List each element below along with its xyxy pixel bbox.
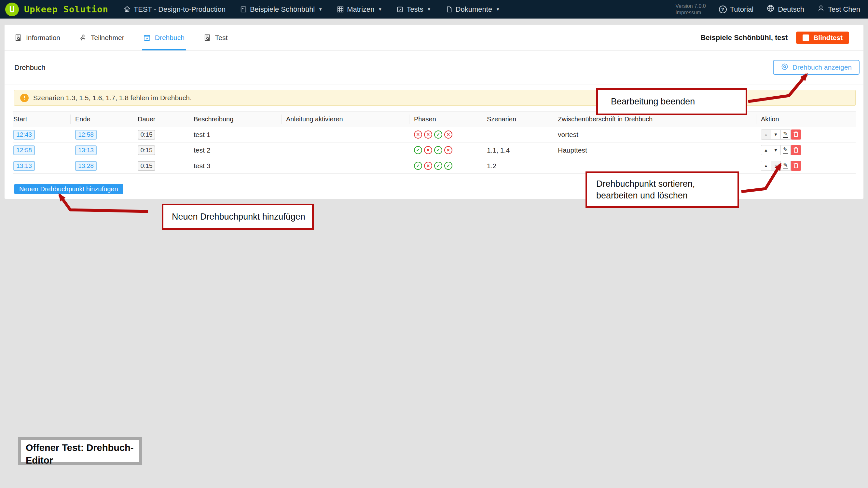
description-cell: test 1 [189,131,281,139]
delete-button[interactable] [791,129,801,139]
actions-cell: ▲ ▼ ✎ [756,161,856,171]
phases-cell: ✕✕✓✕ [409,130,482,139]
tab-information[interactable]: Information [14,25,60,51]
board-icon [240,6,247,13]
delete-button[interactable] [791,161,801,171]
home-icon [123,5,131,13]
phase-fail-icon: ✕ [424,130,432,139]
move-down-button[interactable]: ▼ [771,145,781,155]
edit-button[interactable]: ✎ [780,129,790,139]
nav-item-label: Tests [406,5,423,14]
brand: U Upkeep Solution [5,3,108,16]
arrow-down-icon: ▼ [774,132,778,137]
nav-item-tests[interactable]: Tests ▼ [396,5,431,14]
user-menu[interactable]: Test Chen [817,5,860,14]
column-header: Szenarien [482,115,553,124]
phase-fail-icon: ✕ [424,162,432,170]
phase-fail-icon: ✕ [424,146,432,154]
arrow-up-icon: ▲ [764,132,768,137]
edit-button[interactable]: ✎ [780,145,790,155]
nav-item-beispiele[interactable]: Beispiele Schönbühl ▼ [240,5,322,14]
phases-cell: ✓✕✓✕ [409,146,482,154]
start-time-input[interactable]: 13:13 [13,161,35,171]
show-drehbuch-button[interactable]: Drehbuch anzeigen [773,60,860,75]
tutorial-button[interactable]: ? Tutorial [719,5,754,14]
nav-item-dokumente[interactable]: Dokumente ▼ [445,5,500,14]
move-up-button[interactable]: ▲ [761,161,771,171]
nav-item-label: TEST - Design-to-Production [134,5,225,14]
nav-item-label: Beispiele Schönbühl [250,5,315,14]
column-header: Ende [71,115,133,124]
chevron-down-icon: ▼ [318,7,322,12]
checkbox-icon [396,6,404,13]
context-label: Beispiele Schönbühl, test [701,33,787,42]
nav-item-label: Dokumente [456,5,492,14]
edit-button[interactable]: ✎ [780,161,790,171]
szenarien-cell: 1.2 [482,162,553,170]
tab-teilnehmer[interactable]: Teilnehmer [79,25,124,51]
version-block: Version 7.0.0 Impressum [675,3,706,16]
column-header: Dauer [133,115,189,124]
column-header: Beschreibung [189,115,281,124]
column-header: Aktion [756,115,856,124]
phases-cell: ✓✕✓✓ [409,162,482,170]
move-up-button[interactable]: ▲ [761,145,771,155]
document-icon [445,6,453,13]
chevron-down-icon: ▼ [378,7,382,12]
phase-pass-icon: ✓ [434,162,442,170]
drehbuch-table: Start Ende Dauer Beschreibung Anleitung … [13,111,856,174]
person-icon [79,34,87,41]
chevron-down-icon: ▼ [427,7,431,12]
phase-fail-icon: ✕ [414,130,422,139]
phase-pass-icon: ✓ [434,130,442,139]
trash-icon [793,131,799,138]
user-name: Test Chen [828,5,860,14]
tabs: Information Teilnehmer Drehbuch Test [14,25,227,51]
tab-label: Teilnehmer [91,34,124,42]
duration-input[interactable]: 0:15 [138,161,155,171]
blindtest-button[interactable]: Blindtest [796,32,849,44]
nav-items: TEST - Design-to-Production Beispiele Sc… [123,5,500,14]
tab-test[interactable]: Test [204,25,228,51]
language-button[interactable]: Deutsch [767,4,804,14]
navbar: U Upkeep Solution TEST - Design-to-Produ… [0,0,868,19]
move-down-button[interactable]: ▼ [771,129,781,139]
eye-icon [781,63,788,72]
move-down-button[interactable]: ▼ [771,161,781,171]
duration-input[interactable]: 0:15 [138,145,155,155]
screen: U Upkeep Solution TEST - Design-to-Produ… [0,0,868,488]
phase-pass-icon: ✓ [414,146,422,154]
nav-right: Version 7.0.0 Impressum ? Tutorial Deuts… [675,3,860,16]
document-search-icon [204,34,211,41]
end-time-input[interactable]: 12:58 [75,130,97,139]
brand-name: Upkeep Solution [24,4,108,14]
column-header: Zwischenüberschrift in Drehbuch [553,115,756,124]
move-up-button[interactable]: ▲ [761,129,771,139]
start-time-input[interactable]: 12:58 [13,145,35,155]
arrow-up-icon: ▲ [764,148,768,153]
description-cell: test 2 [189,147,281,154]
delete-button[interactable] [791,145,801,155]
column-header: Anleitung aktivieren [281,115,409,124]
tab-drehbuch[interactable]: Drehbuch [143,25,185,51]
nav-item-matrizen[interactable]: Matrizen ▼ [337,5,382,14]
add-drehbuchpunkt-button[interactable]: Neuen Drehbuchpunkt hinzufügen [14,184,123,194]
column-header: Start [13,115,71,124]
duration-input[interactable]: 0:15 [138,130,155,139]
nav-item-project[interactable]: TEST - Design-to-Production [123,5,225,14]
start-time-input[interactable]: 12:43 [13,130,35,139]
actions-cell: ▲ ▼ ✎ [756,145,856,155]
brand-logo-icon: U [5,3,19,16]
document-search-icon [14,34,22,41]
show-drehbuch-label: Drehbuch anzeigen [793,63,852,71]
end-time-input[interactable]: 13:13 [75,145,97,155]
warning-icon: ! [20,94,29,102]
arrow-down-icon: ▼ [774,163,778,168]
chevron-down-icon: ▼ [496,7,500,12]
end-time-input[interactable]: 13:28 [75,161,97,171]
impressum-link[interactable]: Impressum [675,9,706,16]
grid-icon [337,6,344,13]
annotation-bearbeitung-beenden: Bearbeitung beenden [596,88,747,115]
warning-text: Szenarien 1.3, 1.5, 1.6, 1.7, 1.8 fehlen… [33,94,192,102]
person-icon [817,5,825,14]
